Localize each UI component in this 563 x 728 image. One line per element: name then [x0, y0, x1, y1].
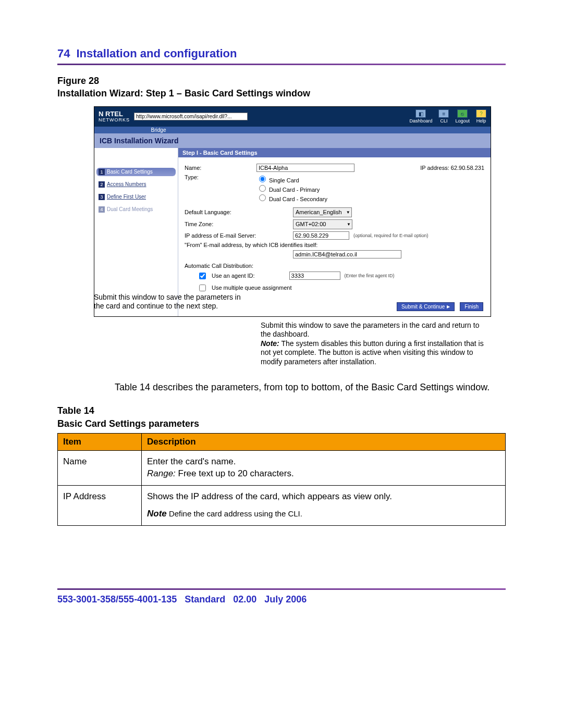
url-box[interactable]: http://www.microsoft.com/isapi/redir.dll…	[134, 113, 248, 120]
step-num-4: 4	[99, 206, 105, 213]
logout-icon: ⎋	[457, 109, 468, 118]
language-label: Default Language:	[185, 209, 289, 215]
tz-label: Time Zone:	[185, 221, 289, 227]
nav-cli[interactable]: ≡ CLI	[438, 109, 449, 124]
type-option-dual-primary[interactable]: Dual Card - Primary	[256, 183, 327, 193]
step-label-4: Dual Card Meetings	[107, 206, 153, 212]
radio-single[interactable]	[259, 176, 266, 182]
radio-single-label: Single Card	[269, 177, 299, 183]
language-select[interactable]: American_English	[293, 207, 352, 217]
step-define-first-user[interactable]: 3 Define First User	[96, 193, 176, 201]
wizard-sidebar: 1 Basic Card Settings 2 Access Numbers 3…	[94, 148, 178, 316]
step-label-2: Access Numbers	[107, 181, 146, 187]
desc1-note-label: Note	[147, 509, 167, 519]
desc1-line1: Shows the IP address of the card, which …	[147, 491, 392, 501]
acd-title: Automatic Call Distribution:	[185, 263, 484, 269]
table-title: Basic Card Settings parameters	[57, 418, 199, 429]
header-rule	[57, 64, 506, 65]
desc1-note-text: Define the card address using the CLI.	[167, 509, 302, 518]
multi-queue-checkbox[interactable]	[199, 285, 206, 291]
wizard-main: Step I - Basic Card Settings Name: IP ad…	[178, 148, 491, 316]
callout-left: Submit this window to save the parameter…	[94, 293, 255, 367]
step-num-2: 2	[99, 181, 105, 188]
screenshot-window: N RTEL NETWORKS http://www.microsoft.com…	[94, 106, 491, 317]
desc0-line1: Enter the card's name.	[147, 456, 236, 466]
use-agent-checkbox[interactable]	[199, 273, 206, 279]
brand-logo: N RTEL NETWORKS	[99, 110, 130, 122]
step-access-numbers[interactable]: 2 Access Numbers	[96, 180, 176, 189]
parameters-table: Item Description Name Enter the card's n…	[57, 433, 506, 526]
radio-dual-secondary[interactable]	[259, 194, 266, 201]
dashboard-icon: ◧	[415, 109, 426, 118]
table-label: Table 14	[57, 405, 94, 416]
footer-date: July 2006	[264, 594, 307, 604]
footer-rule	[57, 588, 506, 590]
figure-caption: Figure 28 Installation Wizard: Step 1 – …	[57, 75, 506, 100]
cli-icon: ≡	[438, 109, 449, 118]
agent-id-input[interactable]	[289, 272, 340, 280]
agent-hint: (Enter the first agent ID)	[345, 273, 395, 278]
help-icon: ?	[476, 109, 486, 118]
section-title: Installation and configuration	[76, 47, 237, 60]
figure-callouts: Submit this window to save the parameter…	[94, 293, 490, 367]
name-input[interactable]	[256, 164, 354, 172]
page-number: 74	[57, 47, 70, 60]
from-email-input[interactable]	[293, 250, 401, 258]
ip-display: IP address: 62.90.58.231	[420, 165, 484, 171]
sub-bar: Bridge	[94, 127, 491, 133]
cell-desc-1: Shows the IP address of the card, which …	[142, 485, 506, 525]
nav-dashboard[interactable]: ◧ Dashboard	[409, 109, 432, 124]
name-label: Name:	[185, 165, 252, 171]
page-footer: 553-3001-358/555-4001-135 Standard 02.00…	[57, 594, 506, 605]
wizard-title: ICB Installation Wizard	[94, 133, 491, 148]
page-header: 74 Installation and configuration	[57, 47, 506, 64]
brand-sub: NETWORKS	[99, 117, 130, 122]
nav-dashboard-label: Dashboard	[409, 118, 432, 124]
cell-desc-0: Enter the card's name. Range: Free text …	[142, 450, 506, 485]
step-basic-card-settings[interactable]: 1 Basic Card Settings	[96, 168, 176, 176]
table-caption: Table 14 Basic Card Settings parameters	[57, 404, 506, 430]
th-item: Item	[58, 433, 142, 450]
callout-right: Submit this window to save the parameter…	[255, 293, 490, 367]
callout-note-label: Note:	[261, 339, 279, 348]
ip-email-input[interactable]	[293, 231, 349, 240]
ip-display-value: 62.90.58.231	[451, 165, 484, 171]
table-row: IP Address Shows the IP address of the c…	[58, 485, 506, 525]
ip-email-label: IP address of E-mail Server:	[185, 232, 289, 239]
radio-dual-primary-label: Dual Card - Primary	[269, 187, 320, 193]
body-paragraph: Table 14 describes the parameters, from …	[115, 381, 506, 394]
cell-item-0: Name	[58, 450, 142, 485]
step-num-3: 3	[99, 194, 105, 200]
bridge-label: Bridge	[99, 127, 218, 133]
nav-cli-label: CLI	[440, 118, 447, 124]
radio-dual-secondary-label: Dual Card - Secondary	[269, 196, 327, 202]
step-dual-card-meetings[interactable]: 4 Dual Card Meetings	[96, 205, 176, 214]
ip-email-hint: (optional, required for E-mail option)	[353, 233, 429, 238]
step-label-3: Define First User	[107, 194, 146, 200]
th-desc: Description	[142, 433, 506, 450]
ip-display-label: IP address:	[420, 165, 449, 171]
use-agent-label: Use an agent ID:	[212, 273, 255, 279]
type-option-single[interactable]: Single Card	[256, 174, 327, 183]
multi-queue-label: Use multiple queue assignment	[212, 285, 291, 291]
from-email-label: "From" E-mail address, by which ICB iden…	[185, 242, 317, 248]
nav-help[interactable]: ? Help	[476, 109, 486, 124]
cell-item-1: IP Address	[58, 485, 142, 525]
table-row: Name Enter the card's name. Range: Free …	[58, 450, 506, 485]
desc0-range-text: Free text up to 20 characters.	[176, 468, 294, 478]
nav-logout-label: Logout	[455, 118, 470, 124]
footer-standard: Standard	[185, 594, 225, 604]
step-num-1: 1	[99, 169, 105, 175]
callout-note-text: The system disables this button during a…	[261, 339, 484, 366]
footer-doc: 553-3001-358/555-4001-135	[57, 594, 177, 604]
radio-dual-primary[interactable]	[259, 185, 266, 192]
step-heading: Step I - Basic Card Settings	[178, 148, 491, 157]
type-label: Type:	[185, 174, 252, 180]
nav-logout[interactable]: ⎋ Logout	[455, 109, 470, 124]
desc0-range-label: Range:	[147, 468, 176, 478]
figure-title: Installation Wizard: Step 1 – Basic Card…	[57, 88, 310, 98]
type-option-dual-secondary[interactable]: Dual Card - Secondary	[256, 193, 327, 202]
tz-select[interactable]: GMT+02:00	[293, 219, 352, 229]
brand-top: N RTEL	[99, 110, 130, 117]
step-label-1: Basic Card Settings	[107, 169, 153, 175]
